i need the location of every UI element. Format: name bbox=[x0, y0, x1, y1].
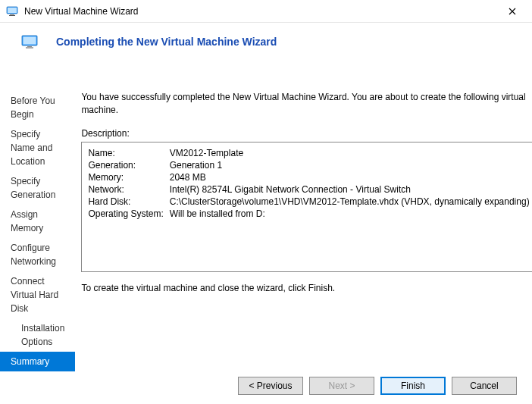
wizard-step[interactable]: Connect Virtual Hard Disk bbox=[0, 271, 75, 318]
summary-key: Operating System: bbox=[88, 208, 169, 220]
wizard-main-panel: You have successfully completed the New … bbox=[75, 83, 532, 359]
summary-value: C:\ClusterStorage\volume1\VHD\VM2012-Tem… bbox=[170, 196, 530, 208]
wizard-step[interactable]: Specify Generation bbox=[0, 171, 75, 205]
wizard-header: Completing the New Virtual Machine Wizar… bbox=[0, 23, 532, 68]
wizard-step[interactable]: Installation Options bbox=[0, 318, 75, 352]
summary-value: Intel(R) 82574L Gigabit Network Connecti… bbox=[170, 183, 530, 196]
table-row: Name:VM2012-Template bbox=[88, 147, 529, 159]
summary-key: Memory: bbox=[88, 171, 169, 183]
svg-rect-7 bbox=[26, 48, 33, 49]
summary-key: Generation: bbox=[88, 159, 169, 171]
svg-rect-3 bbox=[9, 15, 15, 16]
svg-rect-1 bbox=[8, 8, 17, 13]
summary-value: Will be installed from D: bbox=[170, 208, 530, 220]
table-row: Hard Disk:C:\ClusterStorage\volume1\VHD\… bbox=[88, 196, 529, 208]
summary-value: VM2012-Template bbox=[170, 147, 530, 159]
summary-key: Network: bbox=[88, 183, 169, 196]
cancel-button[interactable]: Cancel bbox=[452, 377, 517, 395]
table-row: Operating System:Will be installed from … bbox=[88, 208, 529, 220]
wizard-step[interactable]: Configure Networking bbox=[0, 238, 75, 271]
summary-table: Name:VM2012-TemplateGeneration:Generatio… bbox=[88, 147, 529, 220]
description-label: Description: bbox=[81, 128, 532, 139]
window-title: New Virtual Machine Wizard bbox=[24, 6, 499, 17]
wizard-steps-sidebar: Before You BeginSpecify Name and Locatio… bbox=[0, 83, 75, 359]
page-title: Completing the New Virtual Machine Wizar… bbox=[56, 36, 277, 48]
outro-text: To create the virtual machine and close … bbox=[81, 283, 532, 293]
close-icon[interactable] bbox=[499, 0, 526, 23]
wizard-step[interactable]: Summary bbox=[0, 352, 75, 371]
wizard-step[interactable]: Specify Name and Location bbox=[0, 124, 75, 171]
wizard-monitor-icon bbox=[21, 35, 38, 49]
wizard-step[interactable]: Before You Begin bbox=[0, 91, 75, 124]
summary-key: Hard Disk: bbox=[88, 196, 169, 208]
summary-value: Generation 1 bbox=[170, 159, 530, 171]
summary-key: Name: bbox=[88, 147, 169, 159]
svg-rect-2 bbox=[10, 14, 14, 15]
previous-button[interactable]: < Previous bbox=[238, 377, 303, 395]
table-row: Memory:2048 MB bbox=[88, 171, 529, 183]
wizard-step[interactable]: Assign Memory bbox=[0, 205, 75, 238]
app-monitor-icon bbox=[6, 5, 18, 17]
summary-value: 2048 MB bbox=[170, 171, 530, 183]
next-button: Next > bbox=[309, 377, 374, 395]
table-row: Network:Intel(R) 82574L Gigabit Network … bbox=[88, 183, 529, 196]
svg-rect-6 bbox=[27, 46, 32, 47]
intro-text: You have successfully completed the New … bbox=[81, 91, 532, 117]
description-box[interactable]: Name:VM2012-TemplateGeneration:Generatio… bbox=[81, 142, 532, 272]
table-row: Generation:Generation 1 bbox=[88, 159, 529, 171]
titlebar: New Virtual Machine Wizard bbox=[0, 0, 532, 23]
wizard-footer: < Previous Next > Finish Cancel bbox=[238, 377, 517, 395]
svg-rect-5 bbox=[23, 37, 36, 45]
finish-button[interactable]: Finish bbox=[380, 377, 446, 395]
